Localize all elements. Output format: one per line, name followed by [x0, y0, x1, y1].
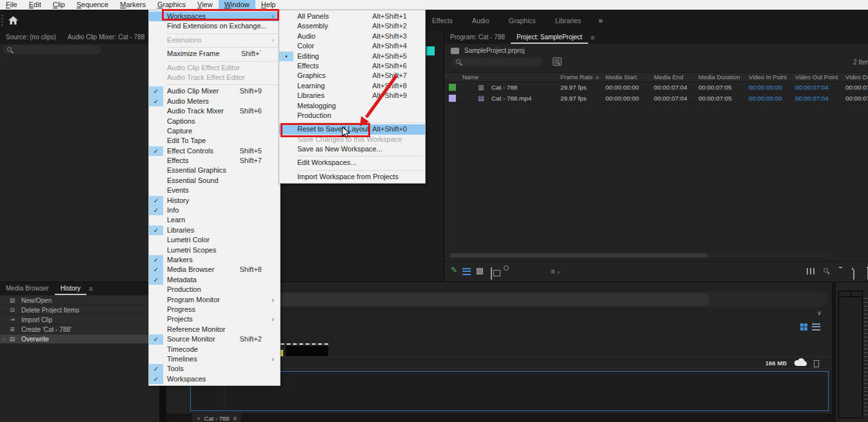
menu-item[interactable]: Timecode — [149, 345, 280, 354]
menu-item[interactable]: Libraries Alt+Shift+9 — [279, 91, 425, 101]
menu-item[interactable]: Extensions › — [149, 35, 280, 45]
menu-item[interactable]: Learn — [149, 215, 280, 225]
menu-item[interactable]: Learning Alt+Shift+8 — [279, 81, 425, 91]
menu-item[interactable]: Effects Alt+Shift+6 — [279, 61, 425, 71]
menu-item[interactable]: Production — [149, 285, 280, 294]
menu-item[interactable]: Reset to Saved Layout Alt+Shift+0 — [279, 124, 425, 134]
menu-item[interactable]: Essential Sound — [149, 176, 280, 186]
column-header[interactable]: Media Start — [606, 73, 654, 81]
timeline-clip-black[interactable] — [286, 346, 328, 357]
menu-item[interactable]: Capture — [149, 126, 280, 136]
cloud-sync-icon[interactable] — [793, 358, 807, 369]
menu-item[interactable]: ✓ Source Monitor Shift+2 — [149, 334, 280, 344]
panel-tab[interactable]: Source: (no clips) — [0, 31, 62, 44]
clip-name[interactable]: Cat - 788 — [491, 84, 517, 91]
menu-item[interactable]: ✓ Markers — [149, 255, 280, 265]
panel-menu-icon[interactable]: ≡ — [233, 415, 237, 422]
source-search-input[interactable] — [3, 45, 101, 54]
column-header[interactable]: Media End — [654, 73, 698, 81]
list-view-icon[interactable] — [812, 323, 820, 331]
history-item[interactable]: ⊞ Create 'Cat - 788' — [0, 325, 159, 334]
menu-item[interactable]: ✓ Libraries — [149, 225, 280, 235]
menu-item[interactable]: ✓ Tools — [149, 364, 280, 374]
menu-item[interactable]: Events — [149, 186, 280, 195]
freeform-view-icon[interactable] — [491, 267, 492, 280]
menu-item[interactable]: Essential Graphics — [149, 166, 280, 175]
menubar-item[interactable]: View — [192, 0, 219, 10]
menu-item[interactable]: Captions — [149, 117, 280, 126]
menubar-item[interactable]: Clip — [47, 0, 71, 10]
sort-icon[interactable]: ≡ ∨ — [551, 268, 560, 276]
column-header[interactable]: Video Duration — [845, 73, 868, 81]
history-item[interactable]: ▤ New/Open — [0, 296, 159, 305]
menubar-item[interactable]: Markers — [114, 0, 152, 10]
menu-item[interactable]: Audio Track Effect Editor — [149, 73, 280, 82]
menu-item[interactable]: Program Monitor › — [149, 295, 280, 305]
menubar-item[interactable]: Edit — [23, 0, 47, 10]
menu-item[interactable]: Import Workspace from Projects — [279, 172, 425, 182]
panel-tab[interactable]: Media Browser — [0, 282, 55, 295]
menubar-item[interactable]: File — [0, 0, 23, 10]
column-header[interactable]: Video In Point — [749, 73, 795, 81]
column-header[interactable]: Name — [444, 73, 560, 81]
menu-item[interactable]: Save as New Workspace... — [279, 144, 425, 154]
column-header[interactable]: Frame Rate∧ — [560, 73, 606, 81]
menu-item[interactable]: Lumetri Color — [149, 235, 280, 245]
menu-item[interactable]: Reference Monitor — [149, 325, 280, 334]
history-item[interactable]: ⊟ Delete Project Items — [0, 305, 159, 314]
menu-item[interactable]: Save Changes to this Workspace — [279, 135, 425, 144]
icon-view-icon[interactable] — [477, 268, 483, 274]
history-item[interactable]: ⇥ Import Clip — [0, 315, 159, 324]
menu-item[interactable]: Audio Clip Effect Editor — [149, 63, 280, 73]
menu-item[interactable]: Audio Alt+Shift+3 — [279, 32, 425, 41]
menu-item[interactable]: Workspaces › — [149, 12, 280, 21]
project-search-input[interactable] — [452, 57, 542, 66]
menu-item[interactable]: Maximize Frame Shift+` — [149, 49, 280, 59]
panel-tab[interactable]: Program: Cat - 788 — [444, 31, 511, 44]
menu-item[interactable]: Effects Shift+7 — [149, 156, 280, 166]
menu-item[interactable]: Find Extensions on Exchange... — [149, 21, 280, 31]
menu-item[interactable]: Color Alt+Shift+4 — [279, 41, 425, 51]
menubar-item[interactable]: Sequence — [71, 0, 115, 10]
menubar-item[interactable]: Window — [219, 0, 255, 10]
panel-tab[interactable]: Project: SampleProject — [511, 31, 588, 44]
menu-item[interactable]: ✓ Audio Clip Mixer Shift+9 — [149, 86, 280, 96]
workspace-tab[interactable]: Libraries — [546, 17, 591, 24]
menu-item[interactable]: ✓ Workspaces — [149, 374, 280, 384]
home-icon[interactable] — [8, 15, 18, 27]
menu-item[interactable]: ✓ Audio Meters — [149, 97, 280, 106]
panel-menu-icon[interactable]: ≡ — [588, 34, 597, 41]
menu-item[interactable]: ✓ Effect Controls Shift+5 — [149, 146, 280, 156]
label-color-swatch[interactable] — [449, 95, 456, 102]
clip-name[interactable]: Cat - 788.mp4 — [491, 95, 531, 102]
menu-item[interactable]: Edit Workspaces... — [279, 158, 425, 168]
workspace-overflow-icon[interactable]: » — [591, 16, 611, 25]
trash-icon[interactable] — [814, 361, 819, 367]
panel-tab[interactable]: Audio Clip Mixer: Cat - 788 — [62, 31, 151, 44]
menubar-item[interactable]: Help — [255, 0, 282, 10]
menu-item[interactable]: All Panels Alt+Shift+1 — [279, 12, 425, 21]
workspace-tab[interactable]: Effects — [422, 17, 462, 24]
menu-item[interactable]: Timelines › — [149, 354, 280, 364]
menu-item[interactable]: Lumetri Scopes — [149, 245, 280, 255]
chevron-down-icon[interactable]: ∨ — [817, 309, 822, 316]
menu-item[interactable]: Progress — [149, 305, 280, 314]
menu-item[interactable]: Metalogging — [279, 101, 425, 111]
menu-item[interactable]: Graphics Alt+Shift+7 — [279, 71, 425, 81]
panel-menu-icon[interactable]: ≡ — [86, 285, 95, 293]
writable-pencil-icon[interactable]: ✎ — [451, 267, 457, 273]
timeline-tab[interactable]: × Cat - 788 ≡ — [192, 414, 241, 422]
menu-item[interactable]: ✓ Metadata — [149, 275, 280, 285]
new-item-icon[interactable] — [853, 267, 854, 280]
table-row[interactable]: ▤ Cat - 788.mp4 29.97 fps 00:00:00:00 00… — [444, 93, 868, 104]
menu-item[interactable]: ✓ Media Browser Shift+8 — [149, 265, 280, 274]
list-view-icon[interactable] — [462, 268, 471, 275]
history-item[interactable]: ○ ▤ Overwrite — [0, 334, 159, 343]
menu-item[interactable]: • Editing Alt+Shift+5 — [279, 52, 425, 61]
horizontal-scrollbar-thumb[interactable] — [449, 253, 707, 258]
automate-to-sequence-icon[interactable] — [807, 268, 814, 274]
column-header[interactable]: Media Duration — [698, 73, 749, 81]
panel-tab[interactable]: History — [55, 282, 86, 295]
search-bin-icon[interactable] — [553, 57, 562, 66]
table-row[interactable]: ▥ Cat - 788 29.97 fps 00:00:00:00 00:00:… — [444, 82, 868, 93]
